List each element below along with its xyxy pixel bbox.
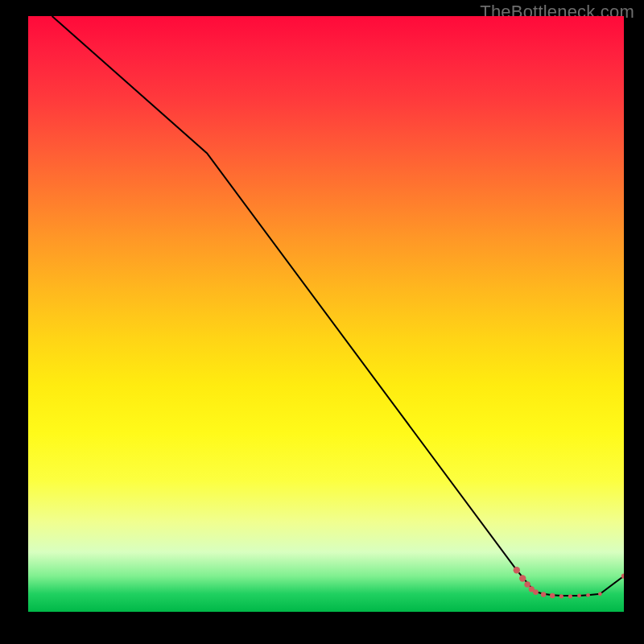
data-marker (568, 594, 572, 598)
plot-area (28, 16, 624, 612)
chart-frame: TheBottleneck.com (0, 0, 644, 644)
data-marker (541, 592, 546, 597)
data-marker (598, 592, 602, 596)
data-marker (514, 567, 520, 573)
curve-path (52, 16, 624, 596)
chart-svg (28, 16, 624, 612)
data-marker (559, 594, 564, 598)
data-marker (519, 575, 526, 581)
data-marker (586, 593, 590, 597)
data-marker (524, 581, 530, 588)
data-marker (533, 589, 539, 595)
data-marker (550, 593, 555, 598)
series-markers (514, 567, 624, 598)
series-line (52, 16, 624, 596)
data-marker (577, 594, 581, 598)
